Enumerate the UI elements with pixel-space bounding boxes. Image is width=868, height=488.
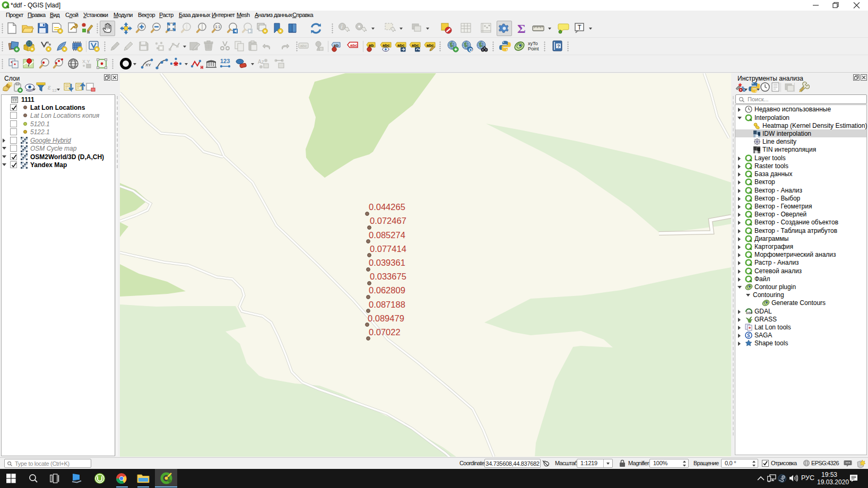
svg-text:0.062809: 0.062809 <box>369 285 405 295</box>
svg-text:0.077414: 0.077414 <box>370 244 406 254</box>
svg-text:?: ? <box>557 43 560 49</box>
svg-text:Q: Q <box>469 47 473 53</box>
svg-text:0.072467: 0.072467 <box>370 216 406 225</box>
svg-text:abc: abc <box>350 43 358 48</box>
svg-text:GDAL: GDAL <box>746 311 752 315</box>
svg-text:0.089479: 0.089479 <box>368 313 404 323</box>
svg-text:0.033675: 0.033675 <box>370 272 406 281</box>
svg-text:0.087188: 0.087188 <box>369 300 405 309</box>
svg-text:abc: abc <box>300 43 307 48</box>
svg-text:0.085274: 0.085274 <box>369 230 405 240</box>
svg-text:T: T <box>578 24 582 31</box>
svg-text:abc: abc <box>412 43 419 48</box>
svg-text:ε: ε <box>48 83 51 91</box>
svg-text:Az: Az <box>258 59 264 65</box>
svg-text:Point: Point <box>528 46 539 51</box>
svg-text:X,Y: X,Y <box>82 59 90 64</box>
svg-text:1:1: 1:1 <box>215 25 221 29</box>
svg-text:0.039361: 0.039361 <box>369 258 405 267</box>
svg-text:abc: abc <box>397 43 405 48</box>
svg-text:0.07022: 0.07022 <box>369 327 401 337</box>
svg-text:xyTo: xyTo <box>528 41 538 46</box>
svg-text:a: a <box>87 29 90 34</box>
svg-text:123: 123 <box>220 58 230 64</box>
svg-text:abc: abc <box>383 43 390 48</box>
svg-text:0.044265: 0.044265 <box>369 202 405 212</box>
svg-text:XY: XY <box>145 63 151 67</box>
svg-text:Σ: Σ <box>517 22 526 35</box>
